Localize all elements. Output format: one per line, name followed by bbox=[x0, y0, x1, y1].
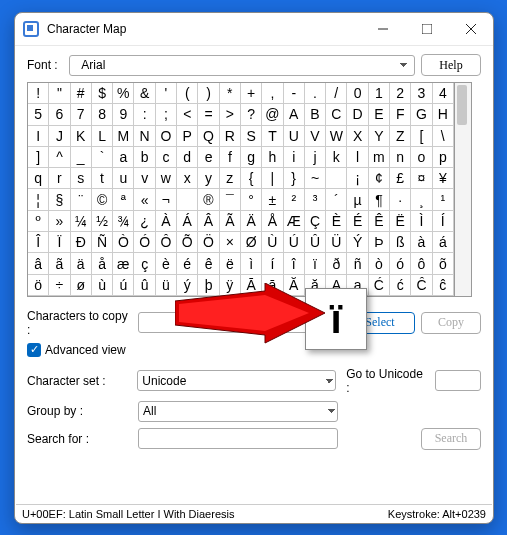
grid-cell[interactable]: = bbox=[198, 104, 219, 125]
grid-cell[interactable]: õ bbox=[433, 253, 454, 274]
grid-cell[interactable]: 2 bbox=[390, 83, 411, 104]
grid-cell[interactable]: à bbox=[411, 232, 432, 253]
grid-cell[interactable]: B bbox=[305, 104, 326, 125]
grid-cell[interactable]: 5 bbox=[28, 104, 49, 125]
grid-cell[interactable]: þ bbox=[198, 275, 219, 296]
grid-cell[interactable]: z bbox=[220, 168, 241, 189]
grid-cell[interactable]: h bbox=[262, 147, 283, 168]
grid-cell[interactable]: g bbox=[241, 147, 262, 168]
grid-cell[interactable]: \ bbox=[433, 126, 454, 147]
grid-cell[interactable]: ú bbox=[113, 275, 134, 296]
grid-cell[interactable]: { bbox=[241, 168, 262, 189]
grid-cell[interactable]: ô bbox=[411, 253, 432, 274]
grid-cell[interactable]: ¥ bbox=[433, 168, 454, 189]
grid-cell[interactable]: i bbox=[284, 147, 305, 168]
grid-cell[interactable]: < bbox=[177, 104, 198, 125]
grid-cell[interactable]: L bbox=[92, 126, 113, 147]
grid-cell[interactable]: § bbox=[49, 189, 70, 210]
grid-cell[interactable]: â bbox=[28, 253, 49, 274]
grid-cell[interactable]: ' bbox=[156, 83, 177, 104]
grid-cell[interactable]: Ð bbox=[71, 232, 92, 253]
grid-cell[interactable]: X bbox=[347, 126, 368, 147]
grid-cell[interactable]: ë bbox=[220, 253, 241, 274]
grid-cell[interactable]: c bbox=[156, 147, 177, 168]
grid-cell[interactable]: ¶ bbox=[369, 189, 390, 210]
grid-cell[interactable]: ¯ bbox=[220, 189, 241, 210]
grid-cell[interactable]: ² bbox=[284, 189, 305, 210]
grid-cell[interactable]: q bbox=[28, 168, 49, 189]
grid-cell[interactable]: é bbox=[177, 253, 198, 274]
grid-cell[interactable]: ¾ bbox=[113, 211, 134, 232]
grid-cell[interactable]: | bbox=[262, 168, 283, 189]
grid-cell[interactable]: ` bbox=[92, 147, 113, 168]
grid-cell[interactable]: ´ bbox=[326, 189, 347, 210]
grid-cell[interactable]: + bbox=[241, 83, 262, 104]
grid-cell[interactable]: Ă bbox=[284, 275, 305, 296]
grid-cell[interactable]: å bbox=[92, 253, 113, 274]
grid-cell[interactable]: # bbox=[71, 83, 92, 104]
grid-cell[interactable]: Ć bbox=[369, 275, 390, 296]
grid-cell[interactable]: ó bbox=[390, 253, 411, 274]
grid-cell[interactable]: á bbox=[433, 232, 454, 253]
grid-cell[interactable]: ³ bbox=[305, 189, 326, 210]
help-button[interactable]: Help bbox=[421, 54, 481, 76]
grid-cell[interactable]: ¿ bbox=[134, 211, 155, 232]
grid-cell[interactable]: Ó bbox=[134, 232, 155, 253]
grid-cell[interactable]: ) bbox=[198, 83, 219, 104]
grid-cell[interactable]: ĉ bbox=[433, 275, 454, 296]
grid-cell[interactable]: @ bbox=[262, 104, 283, 125]
grid-cell[interactable]: G bbox=[411, 104, 432, 125]
search-button[interactable]: Search bbox=[421, 428, 481, 450]
grid-cell[interactable]: o bbox=[411, 147, 432, 168]
grid-cell[interactable]: ä bbox=[71, 253, 92, 274]
grid-cell[interactable]: [ bbox=[411, 126, 432, 147]
grid-cell[interactable]: v bbox=[134, 168, 155, 189]
grid-cell[interactable]: Ô bbox=[156, 232, 177, 253]
grid-cell[interactable]: Î bbox=[28, 232, 49, 253]
grid-cell[interactable]: ¸ bbox=[411, 189, 432, 210]
grid-cell[interactable]: Á bbox=[177, 211, 198, 232]
grid-cell[interactable]: M bbox=[113, 126, 134, 147]
grid-cell[interactable]: Ä bbox=[241, 211, 262, 232]
grid-cell[interactable]: Ā bbox=[241, 275, 262, 296]
grid-cell[interactable]: ð bbox=[326, 253, 347, 274]
grid-cell[interactable]: . bbox=[305, 83, 326, 104]
grid-cell[interactable]: Û bbox=[305, 232, 326, 253]
maximize-button[interactable] bbox=[405, 13, 449, 45]
grid-cell[interactable]: Þ bbox=[369, 232, 390, 253]
grid-cell[interactable]: ¼ bbox=[71, 211, 92, 232]
grid-cell[interactable]: ç bbox=[134, 253, 155, 274]
grid-cell[interactable]: 3 bbox=[411, 83, 432, 104]
grid-cell[interactable]: & bbox=[134, 83, 155, 104]
grid-cell[interactable]: ~ bbox=[305, 168, 326, 189]
grid-cell[interactable]: H bbox=[433, 104, 454, 125]
grid-cell[interactable]: I bbox=[28, 126, 49, 147]
grid-cell[interactable]: ì bbox=[241, 253, 262, 274]
search-for-input[interactable] bbox=[138, 428, 338, 449]
grid-cell[interactable]: 1 bbox=[369, 83, 390, 104]
grid-cell[interactable]: % bbox=[113, 83, 134, 104]
grid-cell[interactable]: ÷ bbox=[49, 275, 70, 296]
grid-cell[interactable]: Ñ bbox=[92, 232, 113, 253]
grid-cell[interactable]: C bbox=[326, 104, 347, 125]
grid-cell[interactable]: Æ bbox=[284, 211, 305, 232]
grid-cell[interactable]: N bbox=[134, 126, 155, 147]
grid-cell[interactable]: è bbox=[156, 253, 177, 274]
grid-cell[interactable]: í bbox=[262, 253, 283, 274]
grid-cell[interactable]: 6 bbox=[49, 104, 70, 125]
grid-cell[interactable]: l bbox=[347, 147, 368, 168]
grid-cell[interactable]: Å bbox=[262, 211, 283, 232]
grid-cell[interactable]: Ü bbox=[326, 232, 347, 253]
grid-cell[interactable]: : bbox=[134, 104, 155, 125]
grid-cell[interactable]: ò bbox=[369, 253, 390, 274]
grid-cell[interactable]: s bbox=[71, 168, 92, 189]
scrollbar-thumb[interactable] bbox=[457, 85, 467, 125]
grid-cell[interactable]: Ï bbox=[49, 232, 70, 253]
grid-cell[interactable]: ¡ bbox=[347, 168, 368, 189]
grid-cell[interactable]: Ë bbox=[390, 211, 411, 232]
grid-cell[interactable]: W bbox=[326, 126, 347, 147]
grid-cell[interactable]: ý bbox=[177, 275, 198, 296]
grid-cell[interactable]: Ê bbox=[369, 211, 390, 232]
grid-scrollbar[interactable] bbox=[455, 82, 472, 297]
grid-cell[interactable]: ½ bbox=[92, 211, 113, 232]
